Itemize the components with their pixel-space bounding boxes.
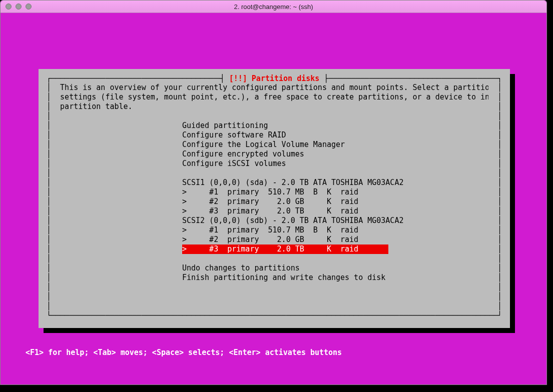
- partition-line[interactable]: │ > #3 primary 2.0 TB K raid │: [47, 206, 502, 216]
- partition-line[interactable]: │ > #1 primary 510.7 MB B K raid │: [47, 188, 502, 197]
- menu-row[interactable]: │ Guided partitioning │: [47, 121, 502, 130]
- partition-row[interactable]: > #3 primary 2.0 TB K raid: [182, 206, 358, 216]
- menu-row[interactable]: │ Configure iSCSI volumes │: [47, 159, 502, 168]
- menu-item[interactable]: Configure software RAID: [182, 130, 286, 140]
- blank-line: │ │: [47, 254, 502, 264]
- disk-header-row[interactable]: │ SCSI1 (0,0,0) (sda) - 2.0 TB ATA TOSHI…: [47, 178, 502, 188]
- close-icon[interactable]: [6, 4, 12, 10]
- partition-row[interactable]: > #2 primary 2.0 GB K raid: [182, 235, 358, 244]
- partition-row[interactable]: > #1 primary 510.7 MB B K raid: [182, 188, 358, 197]
- partition-row[interactable]: > #1 primary 510.7 MB B K raid: [182, 226, 358, 235]
- terminal-viewport: ┌───────────────────────────────────────…: [1, 13, 546, 384]
- window-title-bar: 2. root@changeme: ~ (ssh): [1, 0, 546, 13]
- disk-header[interactable]: SCSI1 (0,0,0) (sda) - 2.0 TB ATA TOSHIBA…: [182, 178, 404, 188]
- blank-line: │ │: [47, 112, 502, 121]
- menu-item[interactable]: Finish partitioning and write changes to…: [182, 273, 385, 282]
- window-title: 2. root@changeme: ~ (ssh): [1, 3, 546, 10]
- menu-row[interactable]: │ Finish partitioning and write changes …: [47, 273, 502, 282]
- zoom-icon[interactable]: [26, 4, 32, 10]
- menu-row[interactable]: │ Undo changes to partitions │: [47, 264, 502, 273]
- terminal-window: 2. root@changeme: ~ (ssh) ┌─────────────…: [0, 0, 547, 385]
- partition-line[interactable]: │ > #2 primary 2.0 GB K raid │: [47, 235, 502, 244]
- blank-line: │ │: [47, 168, 502, 178]
- disk-header[interactable]: SCSI2 (0,0,0) (sdb) - 2.0 TB ATA TOSHIBA…: [182, 216, 404, 226]
- menu-item[interactable]: Undo changes to partitions: [182, 264, 300, 273]
- minimize-icon[interactable]: [16, 4, 22, 10]
- disk-header-row[interactable]: │ SCSI2 (0,0,0) (sdb) - 2.0 TB ATA TOSHI…: [47, 216, 502, 226]
- menu-item[interactable]: Configure the Logical Volume Manager: [182, 140, 345, 150]
- menu-item[interactable]: Guided partitioning: [182, 121, 268, 130]
- blank-line: │ │: [47, 282, 502, 292]
- dialog-title-row: ┌───────────────────────────────────────…: [47, 74, 502, 83]
- menu-row[interactable]: │ Configure the Logical Volume Manager │: [47, 140, 502, 150]
- menu-item[interactable]: Configure encrypted volumes: [182, 150, 304, 159]
- go-back-row[interactable]: │ │: [47, 292, 502, 302]
- help-bar: <F1> for help; <Tab> moves; <Space> sele…: [26, 348, 342, 357]
- instruction-line: │ This is an overview of your currently …: [47, 83, 502, 92]
- partition-line[interactable]: │ > #2 primary 2.0 GB K raid │: [47, 197, 502, 206]
- partition-dialog: ┌───────────────────────────────────────…: [39, 69, 510, 328]
- partition-row[interactable]: > #2 primary 2.0 GB K raid: [182, 197, 358, 206]
- menu-row[interactable]: │ Configure encrypted volumes │: [47, 150, 502, 159]
- menu-item[interactable]: Configure iSCSI volumes: [182, 159, 286, 168]
- partition-row[interactable]: > #3 primary 2.0 TB K raid: [182, 244, 388, 254]
- partition-line[interactable]: │ > #1 primary 510.7 MB B K raid │: [47, 226, 502, 235]
- instruction-line: │ settings (file system, mount point, et…: [47, 92, 502, 102]
- blank-line: │ │: [47, 302, 502, 311]
- menu-row[interactable]: │ Configure software RAID │: [47, 130, 502, 140]
- partition-line[interactable]: │ > #3 primary 2.0 TB K raid │: [47, 244, 502, 254]
- instruction-line: │ partition table. │: [47, 102, 502, 112]
- dialog-title: [!!] Partition disks: [229, 74, 320, 83]
